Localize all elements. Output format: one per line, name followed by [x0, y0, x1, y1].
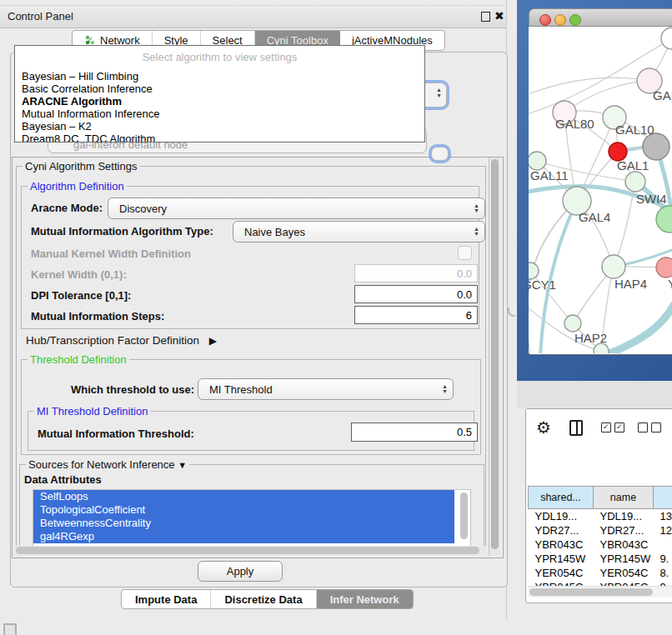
cyni-bottom-tab-bar: Impute DataDiscretize DataInfer Network [121, 589, 414, 609]
column-header-2[interactable]: name [594, 487, 654, 509]
network-node[interactable] [656, 258, 672, 278]
control-panel-title: Control Panel [8, 10, 73, 22]
tab-infer-network[interactable]: Infer Network [317, 590, 413, 608]
attributes-list-scrollbar[interactable] [460, 492, 468, 539]
which-threshold-combobox[interactable]: MI Threshold ▲▼ [198, 378, 454, 400]
network-node[interactable] [625, 172, 645, 192]
aracne-mode-value: Discovery [119, 202, 167, 215]
table-horizontal-scrollbar[interactable] [528, 586, 672, 598]
deselect-all-columns-icon[interactable] [638, 422, 664, 432]
kernel-width-field[interactable]: 0.0 [354, 264, 478, 282]
table-cell[interactable]: YBR045C [594, 580, 654, 586]
mi-steps-field[interactable]: 6 [354, 306, 478, 324]
settings-group-title: Cyni Algorithm Settings [23, 160, 139, 172]
which-threshold-value: MI Threshold [209, 383, 273, 396]
node-label: GAL11 [530, 168, 569, 182]
network-node[interactable] [661, 28, 672, 49]
table-cell[interactable]: 8. [654, 566, 672, 580]
expander-down-arrow-icon: ▼ [178, 460, 187, 470]
table-cell[interactable]: YDR27... [529, 523, 594, 538]
columns-icon[interactable] [569, 420, 583, 436]
network-node[interactable] [529, 262, 539, 279]
node-label: GAL4 [579, 210, 610, 224]
table-cell[interactable]: 13 [654, 509, 672, 524]
algorithm-option[interactable]: Basic Correlation Inference [15, 82, 424, 95]
attribute-item-selected[interactable]: gal4RGexp [33, 530, 454, 543]
algorithm-option[interactable]: Mutual Information Inference [15, 108, 424, 120]
table-row[interactable]: YDL19...YDL19...13 [529, 509, 672, 524]
table-row[interactable]: YBR043CYBR043C [529, 538, 672, 552]
algorithm-option[interactable]: ARACNE Algorithm [15, 95, 424, 108]
sources-group-title[interactable]: Sources for Network Inference ▼ [26, 458, 189, 471]
network-node[interactable] [656, 206, 672, 232]
attribute-item-selected[interactable]: BetweennessCentrality [33, 517, 454, 530]
minimize-traffic-light-icon[interactable] [554, 14, 566, 26]
data-attributes-list[interactable]: SelfLoopsTopologicalCoefficientBetweenne… [33, 489, 471, 548]
attribute-item-selected[interactable]: SelfLoops [33, 490, 454, 503]
network-node[interactable] [564, 315, 581, 332]
table-row[interactable]: YDR27...YDR27...12 [529, 523, 672, 538]
combo-arrows-icon: ▲▼ [474, 198, 479, 218]
algorithm-option[interactable]: Dream8 DC_TDC Algorithm [15, 132, 424, 142]
column-header-1[interactable]: shared... [529, 487, 594, 509]
mi-type-combobox[interactable]: Naive Bayes ▲▼ [233, 221, 485, 242]
table-cell[interactable]: YBR043C [594, 538, 654, 552]
table-row[interactable]: YPR145WYPR145W9. [529, 552, 672, 566]
table-cell[interactable]: YPR145W [594, 552, 654, 566]
table-cell[interactable]: YDL19... [594, 509, 654, 524]
table-cell[interactable]: 9. [654, 552, 672, 566]
obscured-spinner-fragment[interactable] [431, 147, 449, 161]
mi-threshold-label: Mutual Information Threshold: [38, 428, 194, 440]
zoom-traffic-light-icon[interactable] [569, 14, 581, 26]
tab-impute-data[interactable]: Impute Data [122, 590, 211, 608]
manual-kernel-checkbox[interactable] [458, 246, 472, 260]
table-cell[interactable] [654, 538, 672, 552]
column-header-3[interactable]: A [654, 487, 672, 509]
dpi-tolerance-label: DPI Tolerance [0,1]: [31, 289, 131, 302]
network-node[interactable] [602, 255, 625, 278]
table-cell[interactable]: YER054C [594, 566, 654, 580]
attribute-item-selected[interactable]: TopologicalCoefficient [33, 503, 454, 517]
node-label: GCY1 [529, 278, 556, 292]
hub-definition-expander[interactable]: Hub/Transcription Factor Definition ▶ [26, 334, 217, 347]
table-cell[interactable]: YBR045C [529, 580, 594, 586]
algorithm-dropdown-popup: Select algorithm to view settings Bayesi… [14, 45, 425, 142]
network-canvas[interactable]: GALGAL80GAL10GAL1GAL11SWI4GAL4GCY1HAP4YH… [529, 27, 672, 353]
table-cell[interactable]: 12 [654, 523, 672, 538]
table-cell[interactable]: 9. [654, 580, 672, 586]
table-row[interactable]: YER054CYER054C8. [529, 566, 672, 580]
gear-icon[interactable]: ⚙ [536, 418, 551, 438]
algorithm-option[interactable]: Bayesian – K2 [15, 120, 424, 132]
table-cell[interactable]: YER054C [529, 566, 594, 580]
node-attribute-table[interactable]: shared...nameA YDL19...YDL19...13YDR27..… [528, 486, 672, 586]
table-cell[interactable]: YPR145W [529, 552, 594, 566]
apply-button[interactable]: Apply [198, 561, 283, 582]
table-cell[interactable]: YDR27... [594, 523, 654, 538]
float-window-icon[interactable] [481, 12, 490, 22]
dpi-tolerance-field[interactable]: 0.0 [354, 285, 478, 303]
aracne-mode-combobox[interactable]: Discovery ▲▼ [108, 198, 485, 219]
splitpane-handle[interactable] [508, 308, 515, 317]
close-traffic-light-icon[interactable] [539, 14, 551, 26]
cyni-settings-scrollpane: Cyni Algorithm Settings Algorithm Defini… [12, 157, 504, 558]
settings-vertical-scrollbar[interactable] [489, 158, 500, 556]
algorithm-option[interactable]: Bayesian – Hill Climbing [15, 70, 424, 82]
mi-threshold-value: 0.5 [457, 426, 472, 438]
table-cell[interactable]: YBR043C [529, 538, 594, 552]
network-node[interactable] [643, 133, 669, 160]
select-all-columns-icon[interactable]: ✓✓ [601, 422, 628, 432]
tab-discretize-data[interactable]: Discretize Data [211, 590, 316, 608]
mi-threshold-field[interactable]: 0.5 [351, 422, 478, 442]
table-rows-viewport: shared...nameA YDL19...YDL19...13YDR27..… [526, 448, 672, 586]
combo-arrows-icon: ▲▼ [474, 222, 479, 242]
table-cell[interactable]: YDL19... [529, 509, 594, 524]
node-label: SWI4 [636, 192, 667, 206]
mi-steps-value: 6 [466, 309, 472, 322]
which-threshold-label: Which threshold to use: [71, 383, 194, 396]
settings-horizontal-scrollbar[interactable] [14, 546, 486, 556]
table-row[interactable]: YBR045CYBR045C9. [529, 580, 672, 586]
network-node[interactable] [529, 152, 546, 170]
algorithm-dropdown-placeholder: Select algorithm to view settings [15, 51, 424, 63]
node-label: GAL80 [555, 117, 594, 131]
close-icon[interactable]: ✖ [494, 9, 504, 22]
